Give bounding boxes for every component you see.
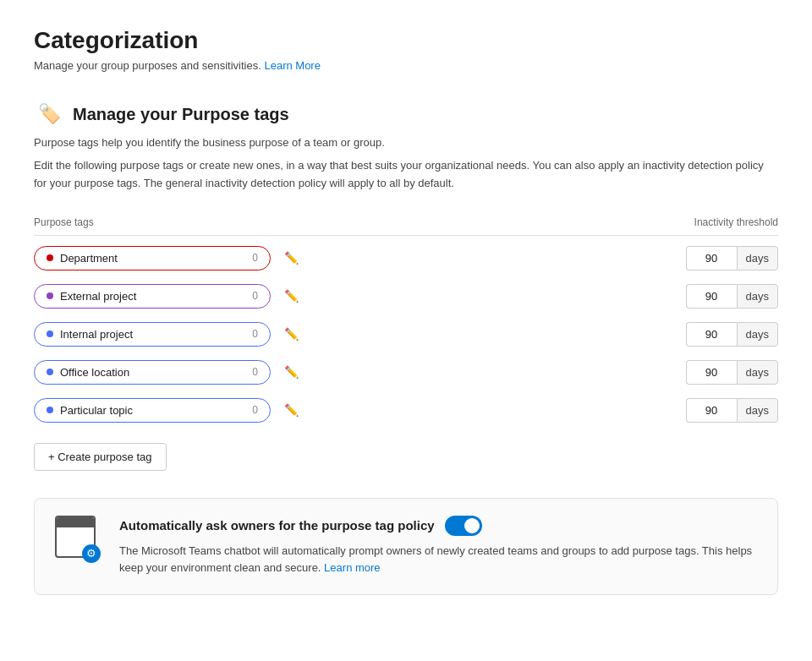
tag-count: 0 (252, 252, 258, 264)
auto-ask-content: Automatically ask owners for the purpose… (119, 516, 757, 578)
tag-dot (47, 254, 53, 261)
calendar-icon: ⚙ (55, 516, 96, 558)
days-input-group: days (686, 284, 778, 309)
auto-ask-toggle[interactable] (445, 516, 482, 536)
days-input[interactable] (686, 398, 737, 423)
tag-dot (47, 407, 53, 413)
toggle-slider (445, 516, 482, 536)
tag-label: External project (60, 290, 136, 303)
days-input[interactable] (686, 322, 737, 347)
tag-label: Office location (60, 366, 129, 379)
tag-count: 0 (252, 404, 258, 416)
tag-pill-inner: Office location (47, 366, 129, 379)
auto-ask-title-row: Automatically ask owners for the purpose… (119, 516, 757, 536)
tag-row: Department 0 ✏️ days (34, 246, 778, 270)
days-input[interactable] (686, 284, 737, 309)
tag-label: Particular topic (60, 404, 133, 417)
tag-count: 0 (252, 328, 258, 340)
days-label: days (737, 398, 778, 423)
days-input-group: days (686, 360, 778, 385)
table-header: Purpose tags Inactivity threshold (34, 213, 778, 236)
days-label: days (737, 322, 778, 347)
auto-ask-title: Automatically ask owners for the purpose… (119, 518, 435, 533)
tag-dot (47, 369, 53, 375)
tag-count: 0 (252, 366, 258, 378)
days-label: days (737, 246, 778, 270)
tag-row: Office location 0 ✏️ days (34, 360, 778, 385)
auto-ask-box: ⚙ Automatically ask owners for the purpo… (34, 498, 778, 596)
section-title: Manage your Purpose tags (73, 105, 289, 124)
days-label: days (737, 360, 778, 385)
days-input[interactable] (686, 360, 737, 385)
auto-ask-learn-more-link[interactable]: Learn more (324, 561, 380, 574)
days-input-group: days (686, 398, 778, 423)
tag-row: External project 0 ✏️ days (34, 284, 778, 309)
create-purpose-tag-button[interactable]: + Create purpose tag (34, 443, 167, 471)
edit-icon[interactable]: ✏️ (281, 324, 302, 344)
section-desc-short: Purpose tags help you identify the busin… (34, 136, 778, 149)
col-header-tags: Purpose tags (34, 216, 94, 228)
tag-pill[interactable]: Department 0 (34, 246, 271, 270)
days-input-group: days (686, 246, 778, 270)
tag-pill[interactable]: Particular topic 0 (34, 398, 271, 423)
edit-icon[interactable]: ✏️ (281, 400, 302, 420)
calendar-top-bar (57, 517, 94, 527)
col-header-threshold: Inactivity threshold (694, 216, 778, 228)
tag-pill[interactable]: Office location 0 (34, 360, 271, 385)
tag-pill[interactable]: External project 0 (34, 284, 271, 309)
tag-pill-inner: Particular topic (47, 404, 133, 417)
days-input-group: days (686, 322, 778, 347)
auto-ask-desc: The Microsoft Teams chatbot will automat… (119, 543, 757, 578)
edit-icon[interactable]: ✏️ (281, 362, 302, 382)
gear-badge-icon: ⚙ (82, 544, 101, 563)
days-input[interactable] (686, 246, 737, 270)
learn-more-link[interactable]: Learn More (264, 59, 320, 72)
section-header: 🏷️ Manage your Purpose tags (34, 99, 778, 129)
section-desc-long: Edit the following purpose tags or creat… (34, 157, 778, 193)
tag-pill-inner: External project (47, 290, 136, 303)
page-title: Categorization (34, 27, 778, 54)
tag-pill-inner: Department (47, 252, 118, 265)
tag-dot (47, 330, 53, 337)
tag-dot (47, 292, 53, 299)
tag-pill[interactable]: Internal project 0 (34, 322, 271, 347)
edit-icon[interactable]: ✏️ (281, 248, 302, 268)
tag-count: 0 (252, 290, 258, 302)
tag-row: Internal project 0 ✏️ days (34, 322, 778, 347)
tag-icon: 🏷️ (34, 99, 64, 129)
tag-pill-inner: Internal project (47, 328, 133, 341)
tag-row: Particular topic 0 ✏️ days (34, 398, 778, 423)
calendar-icon-container: ⚙ (55, 516, 102, 563)
tag-label: Internal project (60, 328, 133, 341)
tag-label: Department (60, 252, 118, 265)
page-subtitle: Manage your group purposes and sensitivi… (34, 59, 778, 72)
days-label: days (737, 284, 778, 309)
edit-icon[interactable]: ✏️ (281, 286, 302, 306)
tags-list: Department 0 ✏️ days External project 0 … (34, 246, 778, 423)
